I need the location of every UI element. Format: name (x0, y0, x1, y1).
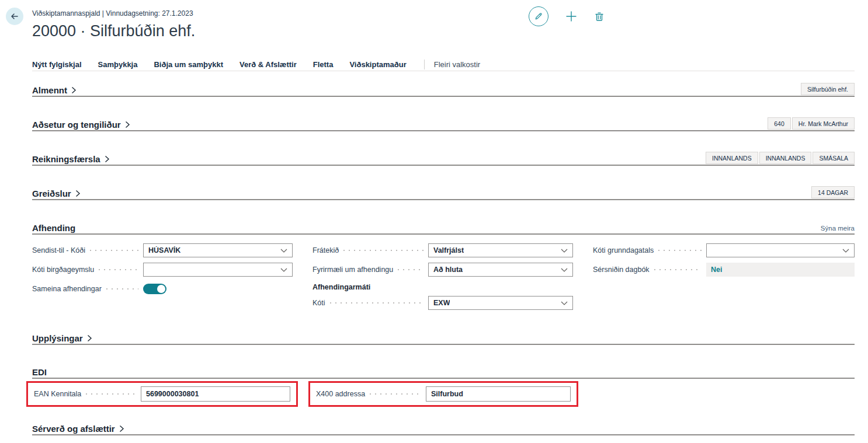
action-menubar: Nýtt fylgiskjal Samþykkja Biðja um samþy… (32, 58, 480, 71)
section-edi: EDI (32, 365, 855, 379)
section-adsetur-badges: 640 Hr. Mark McArthur (766, 117, 855, 130)
section-adsetur: Aðsetur og tengiliður 640 Hr. Mark McArt… (32, 118, 855, 131)
afhending-column-2: Frátekið Valfrjálst Fyrirmæli um afhendi… (313, 243, 573, 315)
field-label: Sérsniðin dagbók (593, 266, 650, 274)
afhendingarmati-group-label: Afhendingarmáti (313, 282, 573, 292)
chevron-down-icon (280, 249, 287, 253)
field-label: Fyrirmæli um afhendingu (313, 266, 393, 274)
x400-addressa-input[interactable] (426, 386, 571, 402)
combobox-value: Valfrjálst (433, 246, 464, 254)
toggle-knob (157, 285, 165, 293)
field-fratekid: Frátekið Valfrjálst (313, 243, 573, 257)
field-label: Frátekið (313, 246, 339, 254)
summary-badge: INNANLANDS (759, 152, 812, 164)
ean-kennitala-input[interactable] (141, 386, 290, 402)
fratekid-combobox[interactable]: Valfrjálst (428, 243, 573, 257)
chevron-right-icon (75, 190, 81, 197)
customer-card-page: Viðskiptamannaspjald | Vinnudagsetning: … (0, 0, 868, 443)
menu-item-samthykkja[interactable]: Samþykkja (98, 60, 138, 69)
menu-item-verd-afslaettir[interactable]: Verð & Afslættir (239, 60, 297, 69)
dotted-leader (106, 288, 138, 289)
menu-divider (32, 71, 855, 71)
section-serverd-header[interactable]: Sérverð og afslættir (32, 424, 124, 434)
back-button[interactable] (6, 8, 23, 25)
section-almennt-header[interactable]: Almennt (32, 85, 77, 95)
summary-badge: Hr. Mark McArthur (792, 117, 855, 130)
section-upplysingar-header[interactable]: Upplýsingar (32, 333, 92, 343)
section-almennt-badges: Silfurbúðin ehf. (800, 83, 855, 95)
section-title: Afhending (32, 223, 75, 233)
pencil-icon (534, 12, 543, 21)
section-title: EDI (32, 367, 47, 377)
sendist-til-kodi-combobox[interactable]: HÚSAVÍK (143, 243, 293, 257)
menu-item-fletta[interactable]: Fletta (313, 60, 334, 69)
chevron-down-icon (842, 249, 849, 253)
section-title: Aðsetur og tengiliður (32, 120, 121, 130)
section-title: Greiðslur (32, 189, 71, 198)
afhending-column-3: Kóti grunndagatals Sérsniðin dagbók Nei (593, 243, 855, 282)
menu-item-fleiri-valkostir[interactable]: Fleiri valkostir (434, 60, 480, 69)
field-sameina-afhendingar: Sameina afhendingar (32, 282, 293, 296)
section-title: Sérverð og afslættir (32, 424, 115, 434)
section-reikningsfaersla-header[interactable]: Reikningsfærsla (32, 154, 110, 164)
edit-button[interactable] (529, 6, 548, 26)
field-label: Kóti birgðageymslu (32, 266, 94, 274)
section-reikningsfaersla: Reikningsfærsla INNANLANDS INNANLANDS SM… (32, 152, 855, 166)
koti-combobox[interactable]: EXW (428, 296, 573, 310)
dotted-leader (370, 393, 421, 395)
chevron-right-icon (104, 155, 110, 163)
ean-kennitala-highlight-box: EAN Kennitala (26, 381, 298, 407)
summary-badge: 640 (768, 117, 791, 130)
menu-item-bidja-um-samthykkt[interactable]: Biðja um samþykkt (154, 60, 223, 69)
combobox-value: HÚSAVÍK (148, 246, 180, 254)
section-serverd: Sérverð og afslættir (32, 422, 855, 435)
koti-birgdageymslu-combobox[interactable] (143, 263, 293, 277)
chevron-right-icon (71, 86, 77, 94)
field-koti: Kóti EXW (313, 296, 573, 310)
summary-badge: 14 DAGAR (811, 186, 855, 198)
sersnidin-dagbok-readonly-field: Nei (706, 263, 855, 277)
show-more-link[interactable]: Sýna meira (821, 225, 855, 233)
section-afhending: Afhending Sýna meira (32, 221, 855, 235)
chevron-down-icon (280, 268, 287, 272)
combobox-value: Að hluta (433, 266, 463, 274)
field-label: Sendist-til - Kóði (32, 246, 85, 254)
field-label: EAN Kennitala (34, 390, 81, 398)
field-label: Kóti (313, 299, 325, 307)
plus-icon (565, 10, 578, 23)
dotted-leader (654, 269, 702, 270)
section-reikningsfaersla-badges: INNANLANDS INNANLANDS SMÁSALA (704, 152, 855, 164)
section-divider (32, 434, 855, 435)
dotted-leader (90, 250, 138, 251)
arrow-left-icon (10, 12, 19, 21)
delete-button[interactable] (594, 11, 605, 22)
section-upplysingar: Upplýsingar (32, 332, 855, 345)
section-greidslur-header[interactable]: Greiðslur (32, 189, 81, 198)
section-adsetur-header[interactable]: Aðsetur og tengiliður (32, 120, 130, 130)
section-divider (32, 233, 855, 235)
menu-item-nytt-fylgiskjal[interactable]: Nýtt fylgiskjal (32, 60, 82, 69)
x400-addressa-highlight-box: X400 addressa (308, 381, 578, 407)
summary-badge: SMÁSALA (813, 152, 855, 164)
field-fyrirmaeli-um-afhendingu: Fyrirmæli um afhendingu Að hluta (313, 263, 573, 277)
section-edi-header[interactable]: EDI (32, 367, 47, 377)
koti-grunndagatals-combobox[interactable] (706, 243, 855, 257)
new-button[interactable] (565, 10, 578, 23)
chevron-right-icon (119, 425, 124, 432)
page-caption: Viðskiptamannaspjald | Vinnudagsetning: … (32, 9, 193, 18)
section-divider (32, 378, 855, 379)
section-divider (32, 96, 855, 97)
field-koti-grunndagatals: Kóti grunndagatals (593, 243, 855, 257)
dotted-leader (86, 393, 136, 395)
section-greidslur-badges: 14 DAGAR (810, 186, 855, 198)
menu-item-vidskiptamadur[interactable]: Viðskiptamaður (349, 60, 406, 69)
summary-badge: Silfurbúðin ehf. (801, 83, 855, 95)
section-divider (32, 165, 855, 166)
chevron-down-icon (561, 268, 568, 272)
section-divider (32, 130, 855, 131)
section-afhending-header[interactable]: Afhending (32, 223, 75, 233)
section-divider (32, 344, 855, 345)
section-title: Reikningsfærsla (32, 154, 100, 164)
fyrirmaeli-combobox[interactable]: Að hluta (428, 263, 573, 277)
sameina-afhendingar-toggle[interactable] (143, 284, 166, 294)
